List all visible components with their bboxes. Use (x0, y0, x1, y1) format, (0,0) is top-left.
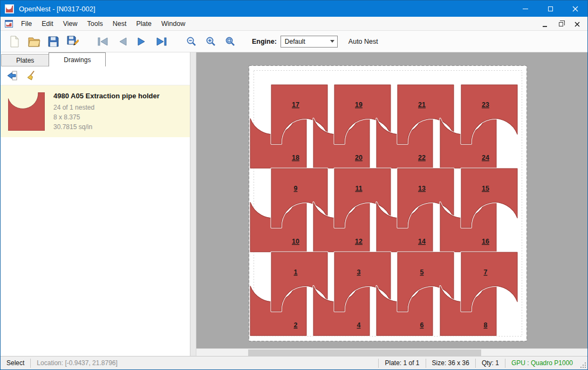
clear-parts-button[interactable] (24, 69, 39, 83)
parts-panel: Plates Drawings (1, 52, 190, 356)
menu-item-window[interactable]: Window (156, 17, 190, 30)
minimize-icon (523, 9, 528, 9)
part-number-label: 24 (482, 154, 489, 162)
zoom-in-button[interactable] (201, 33, 221, 50)
status-plate: Plate: 1 of 1 (379, 359, 425, 367)
main-toolbar: Engine: Default Auto Nest (1, 31, 587, 52)
horizontal-scrollbar[interactable] (196, 348, 587, 356)
resize-grip[interactable] (579, 356, 587, 369)
horizontal-scrollbar-thumb[interactable] (248, 349, 481, 356)
mdi-minimize-icon (543, 26, 547, 27)
broom-icon (26, 70, 37, 81)
maximize-button[interactable] (538, 1, 563, 17)
menu-bar: File Edit View Tools Nest Plate Window (1, 17, 587, 31)
mdi-close-icon (575, 22, 580, 27)
app-window: OpenNest - [N0317-002] File Edit View To… (0, 0, 588, 370)
engine-select[interactable]: Default (281, 36, 338, 48)
tab-drawings[interactable]: Drawings (49, 52, 106, 66)
zoom-in-icon (206, 36, 216, 47)
close-button[interactable] (563, 1, 587, 17)
return-part-button[interactable] (4, 69, 19, 83)
part-number-label: 15 (482, 185, 489, 192)
last-plate-icon (155, 37, 167, 46)
maximize-icon (548, 6, 553, 11)
part-number-label: 17 (292, 101, 299, 109)
panel-tabs: Plates Drawings (1, 52, 190, 66)
mdi-close-button[interactable] (571, 19, 583, 29)
status-qty: Qty: 1 (476, 359, 505, 367)
minimize-button[interactable] (513, 1, 538, 17)
part-number-label: 11 (355, 185, 362, 192)
mdi-restore-button[interactable] (555, 19, 567, 29)
zoom-fit-button[interactable] (221, 33, 240, 50)
status-size: Size: 36 x 36 (426, 359, 475, 367)
nest-plate[interactable]: 171819202122232491011121314151612345678 (249, 65, 527, 341)
drawing-list-item[interactable]: 4980 A05 Extraction pipe holder 24 of 1 … (1, 85, 190, 137)
menu-item-tools[interactable]: Tools (83, 17, 108, 30)
next-plate-icon (137, 37, 147, 46)
part-number-label: 20 (355, 154, 363, 162)
nest-canvas[interactable]: 171819202122232491011121314151612345678 (196, 52, 587, 356)
engine-label: Engine: (252, 38, 277, 45)
new-button[interactable] (5, 33, 24, 50)
first-plate-icon (97, 37, 109, 46)
menu-item-nest[interactable]: Nest (108, 17, 132, 30)
previous-plate-button[interactable] (113, 33, 132, 50)
part-number-label: 21 (418, 101, 426, 109)
part-number-label: 5 (420, 268, 424, 276)
engine-selected-value: Default (285, 38, 305, 45)
menu-item-view[interactable]: View (58, 17, 83, 30)
auto-nest-button[interactable]: Auto Nest (348, 38, 378, 45)
last-plate-button[interactable] (152, 33, 171, 50)
app-icon (5, 4, 14, 14)
document-icon (5, 20, 13, 28)
menu-item-edit[interactable]: Edit (37, 17, 58, 30)
part-number-label: 23 (482, 101, 489, 109)
drawing-nested-count: 24 of 1 nested (53, 103, 160, 112)
save-button[interactable] (44, 33, 63, 50)
menu-item-file[interactable]: File (16, 17, 37, 30)
part-number-label: 18 (292, 154, 299, 162)
close-icon (572, 6, 578, 12)
part-shape-icon (8, 92, 45, 131)
part-number-label: 10 (292, 238, 299, 245)
part-number-label: 12 (355, 238, 363, 245)
content-area: Plates Drawings (1, 52, 587, 356)
part-number-label: 8 (484, 321, 488, 329)
part-number-label: 9 (294, 185, 298, 192)
zoom-fit-icon (225, 36, 236, 47)
return-arrow-icon (6, 70, 18, 81)
panel-splitter[interactable] (190, 52, 196, 356)
menu-item-plate[interactable]: Plate (131, 17, 156, 30)
drawing-area: 30.7815 sq/in (53, 122, 160, 132)
part-number-label: 1 (294, 268, 298, 276)
status-mode: Select (1, 359, 30, 367)
previous-plate-icon (118, 37, 127, 46)
part-number-label: 4 (357, 321, 361, 329)
zoom-out-button[interactable] (182, 33, 201, 50)
part-number-label: 14 (418, 238, 426, 245)
chevron-down-icon (330, 40, 334, 43)
tab-plates[interactable]: Plates (1, 54, 49, 66)
zoom-out-icon (186, 36, 197, 47)
open-folder-icon (28, 36, 40, 47)
save-floppy-icon (48, 36, 59, 47)
next-plate-button[interactable] (132, 33, 152, 50)
window-title: OpenNest - [N0317-002] (19, 5, 95, 13)
part-number-label: 19 (355, 101, 363, 109)
drawings-toolbar (1, 66, 190, 85)
part-number-label: 2 (294, 321, 298, 329)
part-number-label: 22 (418, 154, 426, 162)
new-document-icon (9, 36, 20, 48)
part-thumbnail (5, 90, 48, 133)
save-as-button[interactable] (63, 33, 83, 50)
mdi-minimize-button[interactable] (539, 19, 551, 29)
first-plate-button[interactable] (93, 33, 113, 50)
part-number-label: 13 (418, 185, 426, 192)
part-number-label: 16 (482, 238, 489, 245)
drawing-title: 4980 A05 Extraction pipe holder (53, 92, 160, 100)
status-bar: Select Location: [-0.9437, 21.8796] Plat… (1, 356, 587, 369)
status-location: Location: [-0.9437, 21.8796] (31, 359, 123, 367)
open-button[interactable] (24, 33, 44, 50)
part-number-label: 7 (484, 268, 488, 276)
